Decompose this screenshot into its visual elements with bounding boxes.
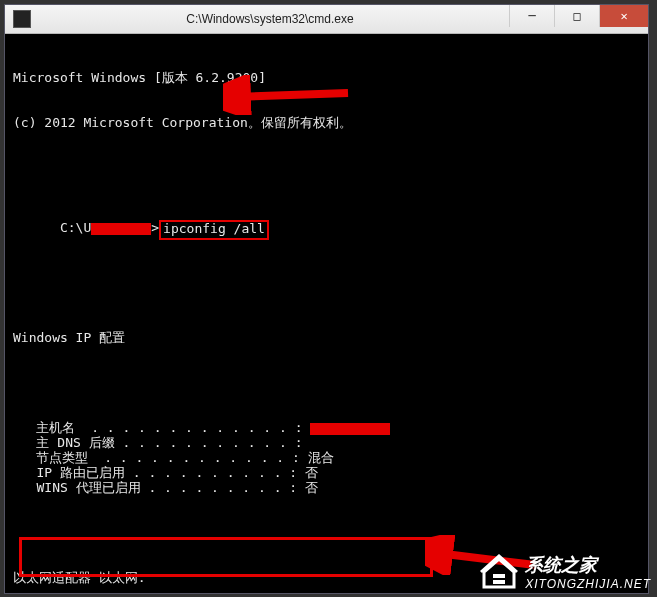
section-heading: Windows IP 配置 [13,330,640,345]
command-highlight: ipconfig /all [159,220,269,240]
field-label: 主机名 . . . . . . . . . . . . . : [13,420,310,435]
field-label: WINS 代理已启用 . . . . . . . . . : [13,480,305,495]
window-title: C:\Windows\system32\cmd.exe [31,12,509,26]
console-line: (c) 2012 Microsoft Corporation。保留所有权利。 [13,115,640,130]
titlebar[interactable]: C:\Windows\system32\cmd.exe ─ □ ✕ [5,5,648,34]
watermark-name: 系统之家 [525,553,651,577]
svg-rect-3 [493,580,505,584]
redacted [310,423,390,435]
console-line: WINS 代理已启用 . . . . . . . . . : 否 [13,480,640,495]
close-button[interactable]: ✕ [599,5,648,27]
maximize-button[interactable]: □ [554,5,599,27]
watermark-url: XITONGZHIJIA.NET [525,577,651,591]
prompt-line: C:\U>ipconfig /all [13,205,640,255]
svg-rect-2 [493,574,505,578]
cmd-icon [13,10,31,28]
house-icon [479,554,519,590]
field-label: IP 路由已启用 . . . . . . . . . . : [13,465,305,480]
window-controls: ─ □ ✕ [509,5,648,33]
typed-command: ipconfig /all [163,221,265,236]
field-value: 混合 [308,450,334,465]
console-line: IP 路由已启用 . . . . . . . . . . : 否 [13,465,640,480]
console-line: Microsoft Windows [版本 6.2.9200] [13,70,640,85]
field-value: 否 [305,465,318,480]
minimize-button[interactable]: ─ [509,5,554,27]
field-label: 节点类型 . . . . . . . . . . . . : [13,450,308,465]
field-label: 主 DNS 后缀 . . . . . . . . . . . : [13,435,302,450]
redacted [91,223,151,235]
console-line: 节点类型 . . . . . . . . . . . . : 混合 [13,450,640,465]
console-line: 主 DNS 后缀 . . . . . . . . . . . : [13,435,640,450]
console-output[interactable]: Microsoft Windows [版本 6.2.9200] (c) 2012… [5,34,648,597]
cmd-window: C:\Windows\system32\cmd.exe ─ □ ✕ Micros… [4,4,649,594]
watermark: 系统之家 XITONGZHIJIA.NET [479,553,651,591]
field-value: 否 [305,480,318,495]
console-line: 主机名 . . . . . . . . . . . . . : [13,420,640,435]
prompt-path: C:\U [60,220,91,235]
